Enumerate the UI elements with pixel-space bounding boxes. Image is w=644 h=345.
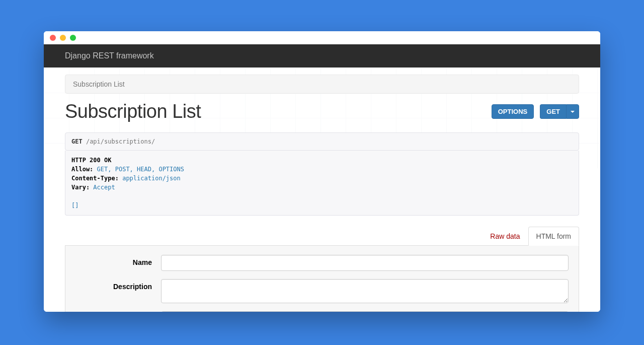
description-field[interactable]: [161, 279, 569, 303]
request-method: GET: [71, 138, 83, 145]
name-field[interactable]: [161, 255, 569, 271]
page-title: Subscription List: [65, 101, 201, 122]
form-row-name: Name: [75, 255, 569, 271]
response-body: []: [71, 201, 573, 210]
content-type-header-key: Content-Type:: [71, 175, 119, 182]
currency-label: Currency: [75, 311, 161, 312]
response-status: HTTP 200 OK: [71, 157, 111, 164]
form-row-currency: Currency: [75, 311, 569, 312]
vary-header-value: Accept: [93, 184, 115, 191]
tab-raw-data[interactable]: Raw data: [482, 227, 528, 246]
content-type-header-value: application/json: [122, 175, 181, 182]
html-form-panel: Name Description Currency: [65, 246, 579, 312]
action-buttons: OPTIONS GET: [492, 104, 579, 119]
allow-header-value: GET, POST, HEAD, OPTIONS: [97, 166, 184, 173]
form-row-description: Description: [75, 279, 569, 303]
browser-window: Django REST framework Subscription List …: [44, 31, 600, 312]
get-button[interactable]: GET: [540, 104, 566, 119]
navbar-title[interactable]: Django REST framework: [65, 51, 154, 60]
get-button-group: GET: [540, 104, 579, 119]
page-header: Subscription List OPTIONS GET: [65, 101, 579, 122]
navbar: Django REST framework: [44, 44, 600, 67]
window-minimize-icon[interactable]: [60, 35, 66, 41]
response-block: HTTP 200 OK Allow: GET, POST, HEAD, OPTI…: [65, 151, 579, 216]
get-dropdown-button[interactable]: [566, 104, 579, 119]
options-button[interactable]: OPTIONS: [492, 104, 534, 119]
chevron-down-icon: [571, 111, 575, 113]
window-title-bar: [44, 31, 600, 44]
description-label: Description: [75, 279, 161, 291]
request-line: GET /api/subscriptions/: [65, 132, 579, 151]
breadcrumb: Subscription List: [65, 75, 579, 94]
breadcrumb-item[interactable]: Subscription List: [73, 80, 125, 88]
currency-field[interactable]: [161, 311, 569, 312]
name-label: Name: [75, 255, 161, 266]
vary-header-key: Vary:: [71, 184, 90, 191]
form-tabs: Raw data HTML form: [65, 227, 579, 246]
allow-header-key: Allow:: [71, 166, 93, 173]
request-path: /api/subscriptions/: [86, 138, 155, 145]
content: Subscription List Subscription List OPTI…: [44, 67, 600, 312]
tab-html-form[interactable]: HTML form: [528, 227, 579, 246]
window-maximize-icon[interactable]: [70, 35, 76, 41]
window-close-icon[interactable]: [50, 35, 56, 41]
